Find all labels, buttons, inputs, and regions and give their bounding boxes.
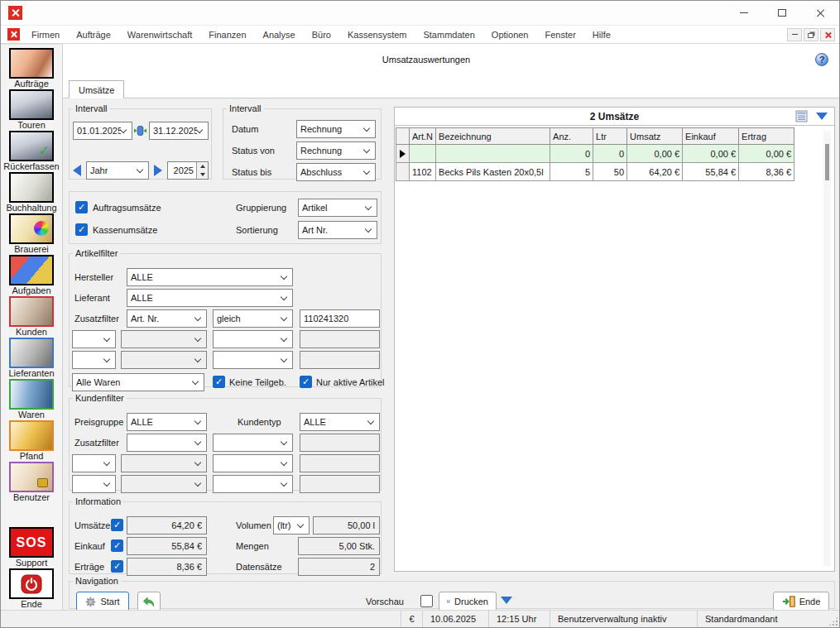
col-ltr[interactable]: Ltr [593,128,627,145]
kundentyp-select[interactable]: ALLE [300,413,380,431]
current-row-marker-icon [400,150,406,158]
col-artnr[interactable]: Art.N [410,128,436,145]
year-stepper[interactable]: 2025 [167,161,209,180]
menu-fenster[interactable]: Fenster [537,30,584,40]
kundenfilter-operator-select-3[interactable] [213,475,293,493]
table-row[interactable]: 0 0 0,00 € 0,00 € 0,00 € [396,145,794,163]
sidebar-item-brauerei[interactable]: Brauerei [9,213,54,254]
sidebar-item-waren[interactable]: Waren [9,379,54,419]
sidebar-item-kunden[interactable]: Kunden [9,296,54,337]
keine-teilgeb-checkbox[interactable] [213,376,225,388]
sortierung-select[interactable]: Art Nr. [298,221,377,239]
ertraege-checkbox[interactable] [111,560,123,573]
sidebar-item-auftraege[interactable]: Aufträge [9,48,54,89]
vorschau-checkbox[interactable] [420,595,433,607]
einkauf-checkbox[interactable] [111,539,123,552]
col-bezeichnung[interactable]: Bezeichnung [436,128,550,145]
scrollbar-thumb[interactable] [825,144,829,180]
zusatzfilter-wert-input[interactable]: 110241320 [300,309,380,328]
window-minimize-button[interactable] [725,1,763,25]
drucken-button[interactable]: Drucken [439,592,497,611]
umsaetze-checkbox[interactable] [111,519,123,531]
lieferant-select[interactable]: ALLE [127,289,293,307]
table-options-dropdown-icon[interactable] [816,113,828,120]
sidebar-item-support[interactable]: SOS Support [9,527,54,568]
period-select[interactable]: Jahr [86,161,149,180]
results-title-bar: 2 Umsätze [395,108,834,126]
status-bis-select[interactable]: Abschluss [296,163,376,181]
start-button[interactable]: Start [76,592,129,611]
preisgruppe-select[interactable]: ALLE [127,413,207,431]
volumen-einheit-select[interactable]: (ltr) [273,516,310,535]
menu-stammdaten[interactable]: Stammdaten [415,30,482,40]
window-maximize-button[interactable] [763,1,801,25]
col-umsatz[interactable]: Umsatz [627,128,683,145]
chevron-down-icon [137,165,143,172]
menu-auftraege[interactable]: Aufträge [68,30,119,40]
hersteller-select[interactable]: ALLE [127,268,293,286]
kundenfilter-operator-select-1[interactable] [213,434,293,452]
spin-up-icon[interactable] [197,162,208,170]
help-icon[interactable] [815,53,828,66]
menu-finanzen[interactable]: Finanzen [200,30,254,40]
drucken-dropdown-icon[interactable] [501,597,512,604]
zusatzfilter-feld-select[interactable]: Art. Nr. [127,309,207,328]
ende-button[interactable]: Ende [773,592,829,611]
col-anz[interactable]: Anz. [550,128,593,145]
menu-optionen[interactable]: Optionen [483,30,537,40]
sidebar-item-ende[interactable]: Ende [9,568,54,609]
menu-hilfe[interactable]: Hilfe [584,30,619,40]
window-close-button[interactable] [801,1,839,25]
sidebar-item-aufgaben[interactable]: Aufgaben [9,255,54,295]
sidebar-item-buchhaltung[interactable]: Buchhaltung [6,172,56,213]
tab-umsaetze[interactable]: Umsätze [69,80,124,98]
kundenfilter-verknuepfung-select-2[interactable] [72,454,116,472]
spin-down-icon[interactable] [197,170,208,179]
mdi-close-button[interactable] [820,28,835,41]
chevron-down-icon [103,334,110,341]
kundenfilter-operator-select-2[interactable] [213,454,293,472]
col-ertrag[interactable]: Ertrag [739,128,794,145]
gruppierung-select[interactable]: Artikel [298,199,377,217]
reset-button[interactable] [137,592,161,611]
warengruppe-select[interactable]: Alle Waren [72,373,204,391]
col-einkauf[interactable]: Einkauf [683,128,739,145]
artikelfilter-operator-select-3[interactable] [213,351,293,369]
table-row[interactable]: 1102 Becks Pils Kasten 20x0,5l 5 50 64,2… [396,163,794,181]
menu-buero[interactable]: Büro [304,30,339,40]
kassenumsaetze-checkbox[interactable] [75,223,88,236]
report-icon[interactable] [795,110,808,122]
sidebar-item-lieferanten[interactable]: Lieferanten [8,338,54,378]
sidebar-item-rueckerfassen[interactable]: Rückerfassen [3,131,59,171]
auftragsumsaetze-checkbox[interactable] [75,201,88,213]
datum-select[interactable]: Rechnung [296,120,376,138]
nur-aktive-artikel-checkbox[interactable] [300,376,312,388]
chevron-down-icon [363,146,370,152]
mdi-app-icon[interactable] [7,28,20,41]
zusatzfilter-operator-select[interactable]: gleich [213,309,293,328]
table-header-row: Art.N Bezeichnung Anz. Ltr Umsatz Einkau… [396,128,794,145]
next-period-button[interactable] [154,165,162,176]
mdi-minimize-button[interactable] [787,28,802,41]
kundenfilter-verknuepfung-select-3[interactable] [72,475,116,493]
artikelfilter-verknuepfung-select-3[interactable] [72,351,116,369]
menu-analyse[interactable]: Analyse [255,30,304,40]
sidebar-item-benutzer[interactable]: Benutzer [9,462,54,502]
status-von-select[interactable]: Rechnung [296,141,376,160]
mdi-restore-button[interactable] [804,28,818,41]
menu-firmen[interactable]: Firmen [23,30,68,40]
kundenfilter-feld-select-1[interactable] [127,434,207,452]
menu-warenwirtschaft[interactable]: Warenwirtschaft [119,30,200,40]
intervall-status-group: Intervall Datum Rechnung Status von Rech… [223,103,382,180]
previous-period-button[interactable] [73,165,81,176]
artikelfilter-operator-select-2[interactable] [213,330,293,348]
status-date: 10.06.2025 [422,611,488,627]
date-to-select[interactable]: 31.12.2025 [149,122,209,140]
goods-icon [9,379,54,410]
date-from-select[interactable]: 01.01.2025 [73,122,132,140]
menu-kassensystem[interactable]: Kassensystem [339,30,415,40]
sidebar-item-pfand[interactable]: Pfand [9,420,54,461]
sidebar-item-touren[interactable]: Touren [9,89,54,130]
table-scrollbar[interactable] [823,131,831,566]
artikelfilter-verknuepfung-select-2[interactable] [72,330,116,348]
